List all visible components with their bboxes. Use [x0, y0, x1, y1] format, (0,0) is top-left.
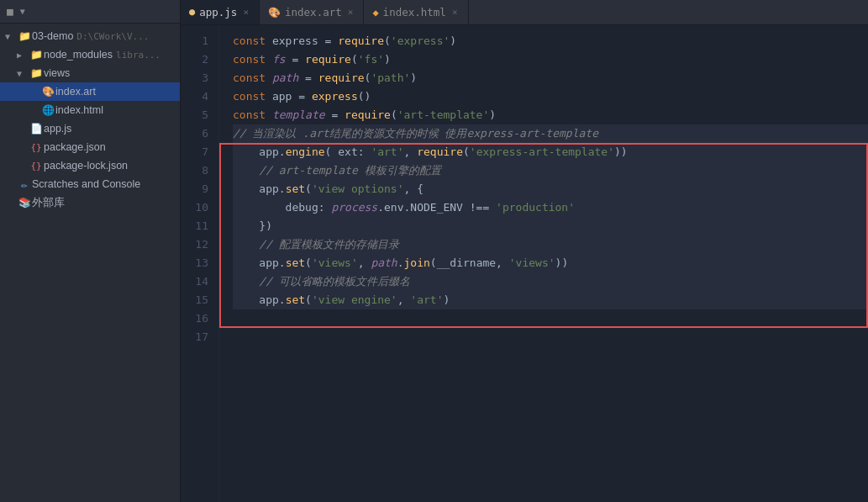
tree-item-index-art[interactable]: 🎨index.art — [0, 82, 180, 101]
folder-closed-icon: 📁 — [29, 49, 44, 61]
token-italic-var: path — [272, 71, 298, 84]
code-line: // 当渲染以 .art结尾的资源文件的时候 使用express-art-tem… — [233, 124, 868, 143]
collapse-icon[interactable] — [168, 11, 173, 13]
tree-item-package-json[interactable]: {}package.json — [0, 138, 180, 156]
code-line: const fs = require('fs') — [233, 50, 868, 69]
line-number: 4 — [181, 87, 208, 106]
token-paren: ( — [305, 182, 312, 195]
tab-close-icon[interactable]: × — [241, 6, 250, 18]
token-kw: const — [233, 90, 266, 103]
tab-app-js-tab[interactable]: ●app.js× — [181, 0, 260, 25]
tree-item-label: app.js — [44, 123, 71, 135]
tree-item-label: node_modules — [44, 49, 113, 61]
token-comment: // 可以省略的模板文件后缀名 — [233, 275, 410, 288]
token-fn: require — [305, 53, 351, 66]
token-str: 'view engine' — [312, 293, 397, 306]
scratches-icon: ✏ — [17, 178, 32, 191]
tree-item-app-js[interactable]: 📄app.js — [0, 119, 180, 138]
code-content[interactable]: const express = require('express')const … — [219, 25, 868, 502]
token-paren: ( — [351, 53, 358, 66]
token-kw: const — [233, 71, 266, 84]
token-var: express = — [266, 34, 338, 47]
token-str: 'fs' — [358, 53, 384, 66]
tab-close-icon[interactable]: × — [346, 6, 355, 18]
token-paren: ( — [391, 108, 397, 121]
token-fn: require — [318, 71, 365, 84]
token-paren: () — [358, 90, 371, 103]
tree-item-sublabel: D:\CWork\V... — [76, 31, 149, 42]
file-art-icon: 🎨 — [40, 86, 55, 98]
tab-label: app.js — [199, 6, 237, 18]
sidebar-title-row: ■ ▼ — [7, 5, 25, 18]
tree-item-external-libs[interactable]: 📚外部库 — [0, 193, 180, 212]
folder-closed-arrow-icon: ▶ — [17, 50, 29, 60]
token-str: 'art' — [410, 293, 443, 306]
code-line: app.set('views', path.join(__dirname, 'v… — [233, 254, 868, 272]
line-number: 15 — [181, 291, 208, 309]
file-html-icon: 🌐 — [40, 104, 55, 116]
tab-filetype-icon: 🎨 — [268, 7, 281, 18]
tree-item-label: views — [44, 67, 70, 79]
token-var: . — [397, 256, 404, 269]
folder-open-arrow-icon: ▼ — [17, 69, 29, 78]
token-italic-var: template — [272, 108, 325, 121]
tree-item-views[interactable]: ▼📁views — [0, 64, 180, 82]
token-var: , — [358, 256, 371, 269]
tab-label: index.art — [285, 6, 342, 18]
token-paren: ) — [450, 34, 456, 47]
token-paren: ) — [489, 108, 496, 121]
file-js-icon: 📄 — [29, 123, 44, 135]
folder-open-icon: 📁 — [17, 30, 32, 42]
token-var: app. — [233, 293, 286, 306]
tab-close-icon[interactable]: × — [450, 6, 460, 18]
token-var: , — [397, 293, 411, 306]
code-line: debug: process.env.NODE_ENV !== 'product… — [233, 198, 868, 217]
code-line: const app = express() — [233, 87, 868, 106]
sidebar-toolbar — [158, 11, 173, 13]
line-number: 12 — [181, 235, 208, 254]
tree-item-demo-folder[interactable]: ▼📁03-demoD:\CWork\V... — [0, 27, 180, 45]
tree-item-package-lock-json[interactable]: {}package-lock.json — [0, 156, 180, 175]
main-area: ●app.js×🎨index.art×◆index.html× 12345678… — [181, 0, 868, 502]
line-number: 3 — [181, 69, 208, 87]
code-line: // 可以省略的模板文件后缀名 — [233, 272, 868, 291]
token-italic-var: process — [331, 201, 377, 214]
tree-item-node-modules[interactable]: ▶📁node_moduleslibra... — [0, 45, 180, 64]
code-line: const path = require('path') — [233, 69, 868, 87]
code-line: const template = require('art-template') — [233, 106, 868, 124]
token-var: = — [298, 71, 318, 84]
tab-filetype-icon: ◆ — [372, 7, 378, 18]
code-line: // 配置模板文件的存储目录 — [233, 235, 868, 254]
line-number: 2 — [181, 50, 208, 69]
settings-icon[interactable] — [158, 11, 163, 13]
project-menu-icon: ■ — [7, 5, 13, 18]
token-str: 'art' — [371, 145, 403, 158]
sidebar-header: ■ ▼ — [0, 0, 180, 24]
line-number: 8 — [181, 161, 208, 180]
line-number: 5 — [181, 106, 208, 124]
token-var: , { — [404, 182, 423, 195]
tab-index-html-tab[interactable]: ◆index.html× — [364, 0, 468, 25]
token-paren: )) — [555, 256, 569, 269]
token-var: app. — [233, 256, 286, 269]
token-fn: express — [312, 90, 358, 103]
token-var: = — [325, 108, 345, 121]
file-json-icon: {} — [29, 161, 44, 172]
tab-index-art-tab[interactable]: 🎨index.art× — [260, 0, 364, 25]
sidebar: ■ ▼ ▼📁03-demoD:\CWork\V...▶📁node_modules… — [0, 0, 181, 502]
tree-item-label: index.html — [55, 104, 103, 116]
token-var — [266, 53, 272, 66]
file-json-icon: {} — [29, 142, 44, 153]
token-var — [266, 108, 272, 121]
tree-item-label: Scratches and Console — [32, 178, 140, 190]
token-paren: ( — [384, 34, 391, 47]
token-fn: join — [404, 256, 430, 269]
line-number: 14 — [181, 272, 208, 291]
token-var: , — [404, 145, 418, 158]
token-str: 'art-template' — [397, 108, 490, 121]
tree-item-scratches[interactable]: ✏Scratches and Console — [0, 175, 180, 193]
token-fn: set — [286, 182, 305, 195]
tree-item-index-html[interactable]: 🌐index.html — [0, 101, 180, 119]
code-line: app.engine( ext: 'art', require('express… — [233, 143, 868, 161]
code-line: app.set('view options', { — [233, 180, 868, 198]
